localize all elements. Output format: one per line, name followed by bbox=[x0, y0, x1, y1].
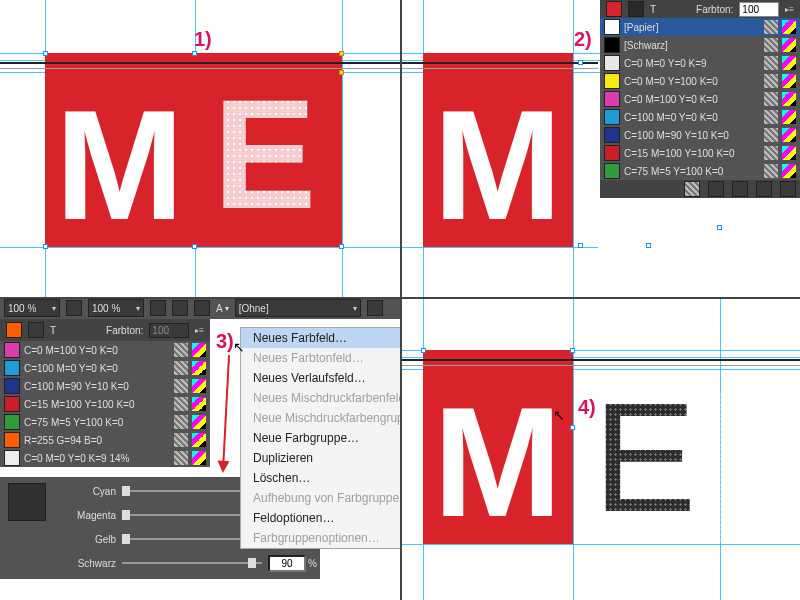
swatch-row[interactable]: C=0 M=0 Y=0 K=9 14% bbox=[0, 449, 210, 467]
slider-knob[interactable] bbox=[122, 510, 130, 520]
flip-h-icon[interactable] bbox=[172, 300, 188, 316]
swatch-color-icon bbox=[4, 414, 20, 430]
menu-item[interactable]: Duplizieren bbox=[241, 448, 416, 468]
swatches-flyout-menu[interactable]: Neues Farbfeld…Neues Farbtonfeld…Neues V… bbox=[240, 327, 417, 549]
grid-divider-horizontal bbox=[0, 297, 800, 299]
swatches-panel-header[interactable]: T Farbton: ▸≡ bbox=[0, 319, 210, 341]
flyout-menu-icon[interactable]: ▸≡ bbox=[195, 326, 204, 335]
swatch-row[interactable]: C=100 M=90 Y=10 K=0 bbox=[600, 126, 800, 144]
swatch-name: [Schwarz] bbox=[624, 40, 760, 51]
swatch-name: C=0 M=0 Y=0 K=9 bbox=[624, 58, 760, 69]
letter-m: M bbox=[433, 374, 562, 552]
swatch-list[interactable]: [Papier][Schwarz]C=0 M=0 Y=0 K=9C=0 M=0 … bbox=[600, 18, 800, 180]
object-style-dropdown[interactable]: [Ohne] bbox=[235, 299, 361, 317]
slider-value-input[interactable] bbox=[268, 555, 306, 572]
cursor-pointer-icon: ↖ bbox=[233, 339, 245, 355]
swatch-type-icon bbox=[764, 38, 778, 52]
rotate-icon[interactable] bbox=[150, 300, 166, 316]
swatch-row[interactable]: C=100 M=90 Y=10 K=0 bbox=[0, 377, 210, 395]
swatch-color-icon bbox=[604, 163, 620, 179]
swatch-type-icon bbox=[764, 56, 778, 70]
swatch-row[interactable]: C=75 M=5 Y=100 K=0 bbox=[600, 162, 800, 180]
art-block-4-m[interactable]: M bbox=[423, 350, 573, 544]
scale-y-dropdown[interactable]: 100 % bbox=[88, 299, 144, 317]
slider-label: Schwarz bbox=[48, 558, 122, 569]
type-toggle-icon[interactable]: T bbox=[650, 4, 660, 15]
menu-item[interactable]: Feldoptionen… bbox=[241, 508, 416, 528]
tint-input[interactable] bbox=[149, 323, 189, 338]
selection-handle[interactable] bbox=[339, 244, 344, 249]
selection-handle[interactable] bbox=[578, 243, 583, 248]
swatch-row[interactable]: [Schwarz] bbox=[600, 36, 800, 54]
swatch-type-icon bbox=[174, 379, 188, 393]
swatch-view-icon[interactable] bbox=[684, 181, 700, 197]
slider-knob[interactable] bbox=[122, 534, 130, 544]
selection-handle[interactable] bbox=[192, 51, 197, 56]
fill-indicator-icon[interactable] bbox=[6, 322, 22, 338]
letter-e-dark[interactable]: E bbox=[593, 392, 723, 542]
swatch-name: C=75 M=5 Y=100 K=0 bbox=[624, 166, 760, 177]
flyout-menu-icon[interactable]: ▸≡ bbox=[785, 5, 794, 14]
selection-handle[interactable] bbox=[421, 348, 426, 353]
selection-handle[interactable] bbox=[570, 425, 575, 430]
scale-x-dropdown[interactable]: 100 % bbox=[4, 299, 60, 317]
swatch-name: C=75 M=5 Y=100 K=0 bbox=[24, 417, 170, 428]
link-scale-icon[interactable] bbox=[66, 300, 82, 316]
swatch-mode-icon bbox=[192, 451, 206, 465]
menu-item[interactable]: Neues Farbfeld… bbox=[241, 328, 416, 348]
swatch-list[interactable]: C=0 M=100 Y=0 K=0C=100 M=0 Y=0 K=0C=100 … bbox=[0, 341, 210, 467]
new-folder-icon[interactable] bbox=[732, 181, 748, 197]
swatch-row[interactable]: C=100 M=0 Y=0 K=0 bbox=[0, 359, 210, 377]
selection-handle[interactable] bbox=[339, 70, 344, 75]
style-override-icon[interactable] bbox=[367, 300, 383, 316]
swatch-row[interactable]: C=100 M=0 Y=0 K=0 bbox=[600, 108, 800, 126]
type-toggle-icon[interactable]: T bbox=[50, 325, 56, 336]
panel-step-3: 100 % 100 % A▾ [Ohne] T Farbton: ▸≡ C=0 … bbox=[0, 297, 400, 600]
cursor-pointer-icon: ↖ bbox=[553, 407, 565, 423]
panel-step-1: M E 1) bbox=[0, 0, 400, 297]
swatch-row[interactable]: C=75 M=5 Y=100 K=0 bbox=[0, 413, 210, 431]
slider-track[interactable] bbox=[122, 562, 262, 564]
swatch-row[interactable]: C=0 M=0 Y=0 K=9 bbox=[600, 54, 800, 72]
swatch-row[interactable]: C=0 M=100 Y=0 K=0 bbox=[0, 341, 210, 359]
swatches-panel-header[interactable]: T Farbton: ▸≡ bbox=[600, 0, 800, 18]
new-swatch-icon[interactable] bbox=[756, 181, 772, 197]
slider-knob[interactable] bbox=[122, 486, 130, 496]
swatch-view-icon[interactable] bbox=[708, 181, 724, 197]
art-block-1[interactable]: M E bbox=[45, 53, 342, 247]
swatch-name: C=100 M=0 Y=0 K=0 bbox=[624, 112, 760, 123]
menu-item[interactable]: Löschen… bbox=[241, 468, 416, 488]
tint-input[interactable] bbox=[739, 2, 779, 17]
stroke-indicator-icon[interactable] bbox=[28, 322, 44, 338]
swatches-panel-small[interactable]: T Farbton: ▸≡ C=0 M=100 Y=0 K=0C=100 M=0… bbox=[0, 319, 210, 467]
selection-handle[interactable] bbox=[570, 348, 575, 353]
selection-handle[interactable] bbox=[646, 243, 651, 248]
selection-handle[interactable] bbox=[43, 51, 48, 56]
swatches-panel[interactable]: T Farbton: ▸≡ [Papier][Schwarz]C=0 M=0 Y… bbox=[600, 0, 800, 198]
menu-item[interactable]: Neue Farbgruppe… bbox=[241, 428, 416, 448]
swatch-row[interactable]: C=15 M=100 Y=100 K=0 bbox=[0, 395, 210, 413]
selection-handle[interactable] bbox=[717, 225, 722, 230]
slider-knob[interactable] bbox=[248, 558, 256, 568]
flip-v-icon[interactable] bbox=[194, 300, 210, 316]
swatch-row[interactable]: [Papier] bbox=[600, 18, 800, 36]
swatch-row[interactable]: R=255 G=94 B=0 bbox=[0, 431, 210, 449]
menu-item[interactable]: Neues Verlaufsfeld… bbox=[241, 368, 416, 388]
swap-icon[interactable] bbox=[628, 1, 644, 17]
trash-icon[interactable] bbox=[780, 181, 796, 197]
swatch-color-icon bbox=[4, 360, 20, 376]
character-mode-icon[interactable]: A▾ bbox=[216, 303, 229, 314]
selection-handle[interactable] bbox=[578, 60, 583, 65]
swatch-row[interactable]: C=15 M=100 Y=100 K=0 bbox=[600, 144, 800, 162]
selection-handle[interactable] bbox=[192, 244, 197, 249]
selection-handle[interactable] bbox=[43, 244, 48, 249]
selection-handle-link[interactable] bbox=[339, 51, 344, 56]
art-block-2[interactable]: M bbox=[423, 53, 573, 247]
swatch-mode-icon bbox=[192, 433, 206, 447]
swatch-row[interactable]: C=0 M=100 Y=0 K=0 bbox=[600, 90, 800, 108]
menu-item: Aufhebung von Farbgruppe bbox=[241, 488, 416, 508]
swatch-type-icon bbox=[764, 74, 778, 88]
letter-e: E bbox=[213, 93, 323, 228]
swatch-row[interactable]: C=0 M=0 Y=100 K=0 bbox=[600, 72, 800, 90]
fill-indicator-icon[interactable] bbox=[606, 1, 622, 17]
